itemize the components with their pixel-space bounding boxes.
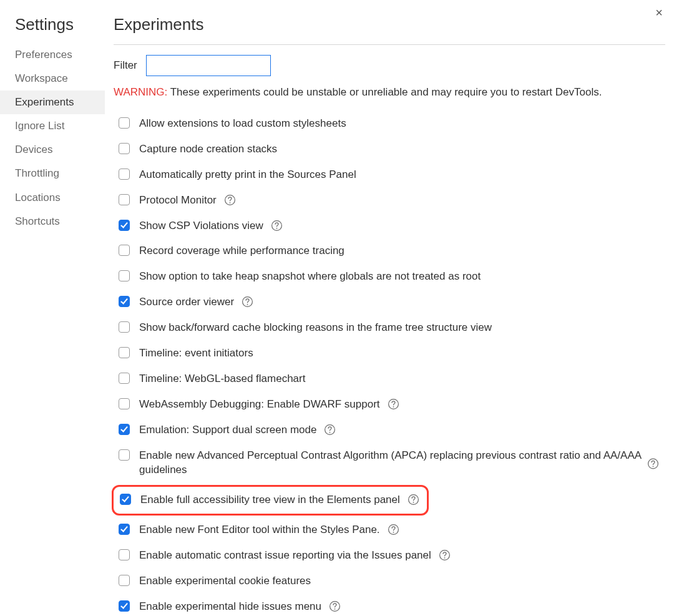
experiment-label: Source order viewer — [139, 295, 234, 310]
sidebar-item-workspace[interactable]: Workspace — [0, 67, 105, 90]
sidebar-item-devices[interactable]: Devices — [0, 138, 105, 162]
experiment-checkbox[interactable] — [119, 296, 130, 307]
experiment-row: Show option to take heap snapshot where … — [114, 264, 665, 290]
experiment-label: Emulation: Support dual screen mode — [139, 423, 316, 438]
experiment-checkbox[interactable] — [119, 549, 130, 560]
experiment-label: Show option to take heap snapshot where … — [139, 270, 481, 284]
experiment-row: Record coverage while performance tracin… — [114, 238, 665, 264]
experiment-label: Capture node creation stacks — [139, 142, 277, 157]
sidebar-item-experiments[interactable]: Experiments — [0, 90, 105, 114]
svg-point-3 — [276, 228, 277, 229]
experiment-label: Timeline: WebGL-based flamechart — [139, 372, 305, 386]
help-icon[interactable] — [439, 549, 451, 561]
svg-point-11 — [653, 466, 654, 467]
sidebar-item-preferences[interactable]: Preferences — [0, 43, 105, 67]
experiment-row: Show back/forward cache blocking reasons… — [114, 315, 665, 341]
experiment-label: Allow extensions to load custom styleshe… — [139, 117, 346, 131]
experiment-row: Enable experimental hide issues menu — [114, 594, 665, 616]
warning-label: WARNING: — [114, 86, 167, 98]
experiment-label: Enable new Advanced Perceptual Contrast … — [139, 449, 663, 477]
experiment-row: Source order viewer — [114, 290, 665, 315]
svg-point-19 — [335, 609, 336, 610]
experiment-label: Enable automatic contrast issue reportin… — [139, 549, 431, 563]
warning-body: These experiments could be unstable or u… — [167, 86, 602, 98]
experiment-checkbox[interactable] — [119, 169, 130, 180]
experiment-checkbox[interactable] — [119, 347, 130, 358]
experiment-checkbox[interactable] — [120, 494, 131, 505]
experiment-label: Enable experimental cookie features — [139, 574, 311, 589]
experiment-checkbox[interactable] — [119, 117, 130, 129]
experiment-row: WebAssembly Debugging: Enable DWARF supp… — [114, 392, 665, 418]
help-icon[interactable] — [324, 424, 336, 436]
experiment-checkbox[interactable] — [119, 449, 130, 461]
page-title: Experiments — [114, 15, 665, 45]
experiment-label: WebAssembly Debugging: Enable DWARF supp… — [139, 398, 380, 412]
experiment-row: Capture node creation stacks — [114, 137, 665, 162]
help-icon[interactable] — [647, 457, 659, 469]
svg-point-5 — [247, 304, 248, 305]
experiment-row: Enable experimental cookie features — [114, 569, 665, 594]
svg-point-7 — [393, 406, 394, 408]
help-icon[interactable] — [271, 220, 283, 232]
experiment-label: Enable full accessibility tree view in t… — [140, 493, 400, 507]
filter-input[interactable] — [146, 55, 271, 76]
sidebar-item-ignore-list[interactable]: Ignore List — [0, 114, 105, 138]
experiment-checkbox[interactable] — [119, 524, 130, 535]
sidebar-item-shortcuts[interactable]: Shortcuts — [0, 210, 105, 233]
experiment-label: Enable new Font Editor tool within the S… — [139, 523, 380, 537]
experiment-label: Timeline: event initiators — [139, 346, 253, 361]
svg-point-15 — [393, 532, 394, 533]
experiment-row: Timeline: WebGL-based flamechart — [114, 366, 665, 392]
experiment-checkbox[interactable] — [119, 143, 130, 154]
close-button[interactable]: × — [655, 6, 663, 19]
experiment-row: Timeline: event initiators — [114, 341, 665, 366]
warning-text: WARNING: These experiments could be unst… — [114, 85, 665, 100]
experiment-row: Automatically pretty print in the Source… — [114, 162, 665, 188]
experiment-row: Show CSP Violations view — [114, 213, 665, 239]
sidebar-item-throttling[interactable]: Throttling — [0, 162, 105, 185]
svg-point-17 — [444, 557, 445, 559]
filter-row: Filter — [114, 55, 665, 76]
help-icon[interactable] — [329, 600, 341, 612]
sidebar-item-locations[interactable]: Locations — [0, 186, 105, 210]
experiment-checkbox[interactable] — [119, 245, 130, 256]
experiment-checkbox[interactable] — [119, 321, 130, 333]
experiment-label: Protocol Monitor — [139, 193, 217, 208]
help-icon[interactable] — [408, 494, 419, 506]
help-icon[interactable] — [242, 296, 253, 308]
experiment-checkbox[interactable] — [119, 600, 130, 612]
sidebar-title: Settings — [15, 15, 105, 34]
experiment-checkbox[interactable] — [119, 270, 130, 281]
experiment-checkbox[interactable] — [119, 220, 130, 231]
experiment-row: Emulation: Support dual screen mode — [114, 418, 665, 443]
experiment-label: Enable experimental hide issues menu — [139, 600, 321, 614]
experiment-row: Enable full accessibility tree view in t… — [112, 485, 429, 516]
experiments-panel: Experiments Filter WARNING: These experi… — [105, 0, 674, 616]
experiment-checkbox[interactable] — [119, 424, 130, 435]
svg-point-9 — [330, 432, 331, 433]
experiment-row: Enable automatic contrast issue reportin… — [114, 543, 665, 569]
experiment-checkbox[interactable] — [119, 398, 130, 409]
experiment-row: Protocol Monitor — [114, 188, 665, 213]
experiment-label: Record coverage while performance tracin… — [139, 244, 344, 258]
help-icon[interactable] — [388, 398, 399, 410]
experiment-row: Enable new Advanced Perceptual Contrast … — [114, 443, 665, 483]
help-icon[interactable] — [224, 194, 236, 206]
experiments-list: Allow extensions to load custom styleshe… — [114, 111, 665, 616]
filter-label: Filter — [114, 59, 137, 72]
experiment-label: Show back/forward cache blocking reasons… — [139, 321, 492, 335]
experiment-label: Show CSP Violations view — [139, 219, 263, 233]
experiment-checkbox[interactable] — [119, 373, 130, 384]
experiment-row: Enable new Font Editor tool within the S… — [114, 517, 665, 543]
experiment-row: Allow extensions to load custom styleshe… — [114, 111, 665, 137]
svg-point-13 — [413, 502, 414, 503]
settings-sidebar: Settings PreferencesWorkspaceExperiments… — [0, 0, 105, 616]
help-icon[interactable] — [388, 524, 399, 535]
svg-point-1 — [229, 202, 230, 203]
experiment-checkbox[interactable] — [119, 194, 130, 205]
experiment-label: Automatically pretty print in the Source… — [139, 168, 356, 182]
experiment-checkbox[interactable] — [119, 575, 130, 586]
